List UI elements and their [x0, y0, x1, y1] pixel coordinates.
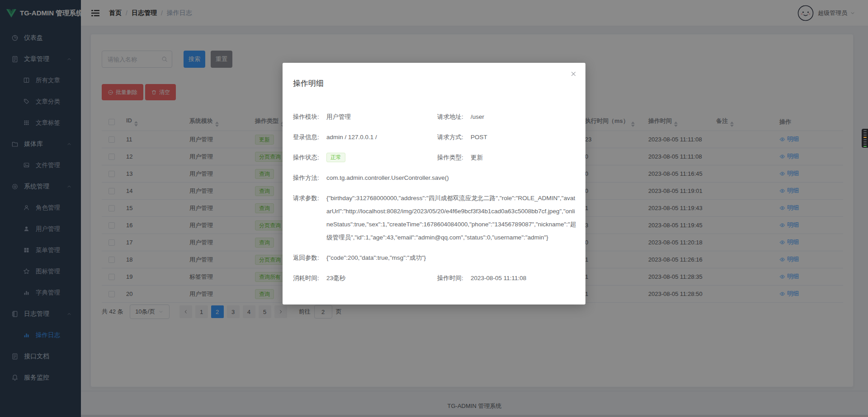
modal-field-row: 操作状态:正常操作类型:更新: [293, 151, 577, 164]
modal-field-left: 登录信息:admin / 127.0.0.1 /: [293, 131, 437, 144]
operation-detail-modal: 操作明细 操作模块:用户管理请求地址:/user登录信息:admin / 127…: [283, 63, 585, 305]
field-value: POST: [471, 134, 487, 141]
modal-body: 操作模块:用户管理请求地址:/user登录信息:admin / 127.0.0.…: [293, 110, 577, 285]
handle-line: [863, 146, 867, 147]
status-tag: 正常: [326, 153, 345, 162]
field-label: 返回参数:: [293, 251, 326, 264]
modal-field-row: 登录信息:admin / 127.0.0.1 /请求方式:POST: [293, 131, 577, 144]
field-label: 请求方式:: [437, 131, 471, 144]
handle-line: [863, 130, 867, 131]
field-label: 请求地址:: [437, 110, 471, 123]
modal-field-right: 操作类型:更新: [437, 151, 483, 164]
modal-title: 操作明细: [293, 78, 577, 89]
modal-field-left: 消耗时间:23毫秒: [293, 272, 437, 285]
handle-line: [863, 132, 867, 133]
field-label: 操作状态:: [293, 151, 326, 164]
field-label: 操作类型:: [437, 151, 471, 164]
modal-field-row: 请求参数:{"birthday":312768000000,"address":…: [293, 192, 577, 244]
modal-field-right: 请求地址:/user: [437, 110, 484, 123]
modal-field-row: 消耗时间:23毫秒操作时间:2023-08-05 11:11:08: [293, 272, 577, 285]
field-value: {"code":200,"data":true,"msg":"成功"}: [326, 251, 576, 264]
modal-field-right: 操作时间:2023-08-05 11:11:08: [437, 272, 526, 285]
modal-field-row: 操作模块:用户管理请求地址:/user: [293, 110, 577, 123]
field-value: 23毫秒: [326, 275, 345, 281]
modal-field-left: 操作状态:正常: [293, 151, 437, 164]
field-value: admin / 127.0.0.1 /: [326, 134, 377, 141]
field-value: {"birthday":312768000000,"address":"四川成都…: [326, 192, 576, 244]
modal-field-right: 请求方式:POST: [437, 131, 487, 144]
browser-extension-handle[interactable]: [862, 129, 868, 148]
modal-close-button[interactable]: [570, 70, 577, 77]
handle-line: [863, 141, 867, 142]
modal-field-row: 操作方法:com.tg.admin.controller.UserControl…: [293, 171, 577, 184]
field-label: 操作时间:: [437, 272, 471, 285]
handle-line: [863, 144, 867, 145]
modal-field-row: 返回参数:{"code":200,"data":true,"msg":"成功"}: [293, 251, 577, 264]
modal-field-left: 操作模块:用户管理: [293, 110, 437, 123]
field-label: 操作模块:: [293, 110, 326, 123]
field-label: 登录信息:: [293, 131, 326, 144]
handle-line: [863, 137, 867, 138]
field-value: 用户管理: [326, 113, 351, 120]
field-value: com.tg.admin.controller.UserController.s…: [326, 171, 576, 184]
field-value: 更新: [471, 154, 483, 161]
field-label: 消耗时间:: [293, 272, 326, 285]
handle-line: [863, 139, 867, 140]
handle-line: [863, 135, 867, 136]
field-value: /user: [471, 113, 484, 120]
field-label: 请求参数:: [293, 192, 326, 205]
field-value: 2023-08-05 11:11:08: [471, 275, 526, 281]
field-label: 操作方法:: [293, 171, 326, 184]
